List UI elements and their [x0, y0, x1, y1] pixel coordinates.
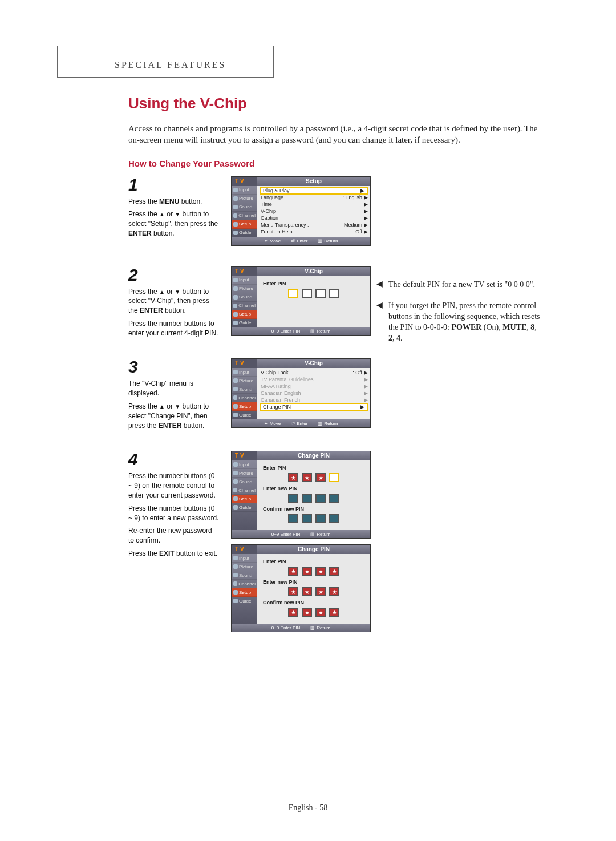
side-setup: Setup [232, 310, 257, 319]
side-channel: Channel [232, 394, 257, 402]
step-4-text: 4 Press the number buttons (0 ~ 9) on th… [128, 451, 220, 558]
pin-digit-3 [315, 289, 326, 298]
osd-menu-title: Setup [257, 177, 370, 186]
side-channel: Channel [232, 302, 257, 310]
arrow-right-icon: ▶ [364, 222, 368, 228]
pin-digit [288, 494, 298, 503]
setup-icon [233, 222, 238, 227]
pin-digit: ★ [302, 587, 312, 596]
pin-digit [315, 514, 326, 523]
pin-digit: ★ [315, 608, 326, 617]
side-sound: Sound [232, 385, 257, 394]
confirm-pin-boxes [261, 514, 367, 523]
pin-digit [302, 514, 312, 523]
side-setup: Setup [232, 495, 257, 503]
setup-icon [233, 590, 238, 595]
menu-parental: TV Parental Guidelines▶ [257, 376, 370, 383]
foot-enter: ⏎Enter [291, 420, 307, 426]
osd-tv-label: T V [232, 545, 257, 554]
input-icon [233, 188, 238, 192]
osd-main: Plug & Play▶ Language: English▶ Time▶ V-… [257, 186, 370, 237]
move-icon: ✦ [264, 421, 268, 426]
enter-pin-label: Enter PIN [261, 465, 367, 471]
osd-header: T V V-Chip [232, 267, 370, 276]
note-2-text: If you forget the PIN, press the remote … [388, 301, 542, 344]
arrow-right-icon: ▶ [364, 397, 368, 403]
side-input: Input [232, 460, 257, 469]
pin-digit: ★ [302, 473, 312, 482]
side-input: Input [232, 368, 257, 377]
arrow-right-icon: ▶ [364, 229, 368, 234]
arrow-right-icon: ▶ [360, 404, 364, 410]
step-1: 1 Press the MENU button. Press the ▲ or … [128, 176, 565, 246]
foot-return: ▥Return [310, 625, 330, 630]
osd-body: Input Picture Sound Channel Setup Guide … [232, 460, 370, 530]
sound-icon [233, 573, 238, 577]
enter-new-pin-label: Enter new PIN [261, 486, 367, 491]
arrow-right-icon: ▶ [364, 383, 368, 389]
osd-vchip-pin-entry: T V V-Chip Input Picture Sound Channel S… [231, 266, 371, 336]
pin-digit-1 [288, 289, 298, 298]
menu-change-pin: Change PIN▶ [260, 403, 368, 411]
arrow-right-icon: ▶ [360, 188, 364, 193]
osd-header: T V Change PIN [232, 545, 370, 554]
step-2-line-2: Press the number buttons to enter your c… [128, 319, 220, 338]
side-sound: Sound [232, 571, 257, 580]
arrow-right-icon: ▶ [364, 390, 368, 396]
page: SPECIAL FEATURES Using the V-Chip Access… [0, 0, 616, 841]
step-1-line-2: Press the ▲ or ▼ button to select "Setup… [128, 209, 220, 238]
pin-digit [302, 494, 312, 503]
osd-sidebar: Input Picture Sound Channel Setup Guide [232, 460, 257, 530]
step-3-osd-col: T V V-Chip Input Picture Sound Channel S… [231, 358, 371, 428]
sound-icon [233, 387, 238, 391]
side-guide: Guide [232, 319, 257, 327]
osd-sidebar: Input Picture Sound Channel Setup Guide [232, 186, 257, 237]
osd-body: Input Picture Sound Channel Setup Guide … [232, 186, 370, 237]
side-sound: Sound [232, 293, 257, 302]
return-icon: ▥ [318, 421, 322, 426]
guide-icon [233, 413, 238, 417]
note-1: ◀ The default PIN for a new TV set is "0… [376, 280, 542, 290]
osd-sidebar: Input Picture Sound Channel Setup Guide [232, 368, 257, 419]
osd-header: T V V-Chip [232, 359, 370, 368]
input-icon [233, 462, 238, 467]
osd-tv-label: T V [232, 177, 257, 186]
side-guide: Guide [232, 597, 257, 605]
pin-digit: ★ [329, 587, 339, 596]
menu-language: Language: English▶ [257, 194, 370, 201]
enter-icon: ⏎ [291, 238, 295, 244]
confirm-pin-label: Confirm new PIN [261, 506, 367, 512]
menu-function-help: Function Help: Off▶ [257, 228, 370, 235]
side-guide: Guide [232, 503, 257, 512]
foot-move: ✦Move [264, 420, 281, 426]
menu-vchip-lock: V-Chip Lock: Off▶ [257, 369, 370, 376]
subheading: How to Change Your Password [128, 159, 565, 168]
channel-icon [233, 213, 237, 218]
osd-menu-title: Change PIN [257, 545, 370, 554]
osd-tv-label: T V [232, 451, 257, 460]
osd-main: V-Chip Lock: Off▶ TV Parental Guidelines… [257, 368, 370, 419]
new-pin-boxes: ★ ★ ★ ★ [261, 587, 367, 596]
pin-digit: ★ [302, 567, 312, 576]
channel-icon [233, 395, 237, 400]
osd-body: Input Picture Sound Channel Setup Guide … [232, 554, 370, 624]
page-title: Using the V-Chip [128, 95, 565, 112]
osd-header: T V Change PIN [232, 451, 370, 460]
pin-digit-2 [302, 289, 312, 298]
enter-pin-boxes: ★ ★ ★ ★ [261, 567, 367, 576]
pin-digit [329, 473, 339, 482]
step-3-line-1: The "V-Chip" menu is displayed. [128, 379, 220, 398]
arrow-right-icon: ▶ [364, 377, 368, 382]
menu-canadian-english: Canadian English▶ [257, 390, 370, 397]
step-4-line-4: Press the EXIT button to exit. [128, 549, 220, 559]
arrow-right-icon: ▶ [364, 208, 368, 214]
section-header: SPECIAL FEATURES [115, 60, 226, 70]
pin-area: Enter PIN [257, 276, 370, 327]
side-sound: Sound [232, 203, 257, 212]
menu-transparency: Menu Transparency :Medium▶ [257, 221, 370, 228]
pin-digit: ★ [315, 587, 326, 596]
step-4-number: 4 [128, 451, 220, 468]
side-input: Input [232, 186, 257, 195]
step-4-osd-col: T V Change PIN Input Picture Sound Chann… [231, 451, 371, 632]
osd-setup-menu: T V Setup Input Picture Sound Channel Se… [231, 176, 371, 246]
